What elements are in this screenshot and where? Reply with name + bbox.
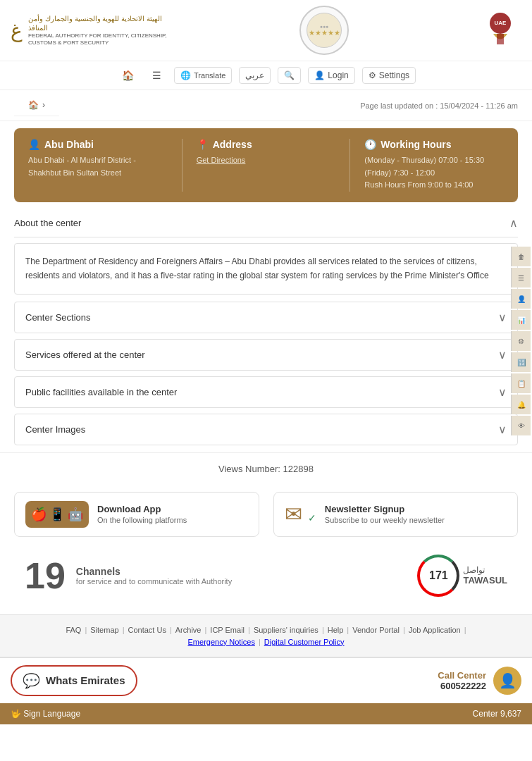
call-center-section: Call Center 600522222 👤	[438, 667, 521, 695]
accordion-header-center-sections[interactable]: Center Sections ∨	[15, 302, 517, 333]
home-breadcrumb-icon[interactable]: 🏠	[28, 100, 39, 110]
sidebar-btn-5[interactable]: ⚙	[511, 331, 531, 351]
whats-emirates-label: Whats Emirates	[46, 674, 125, 686]
tawasul-name: TAWASUL	[463, 575, 507, 586]
site-header: غ الهيئة الاتحادية للهوية والجنسية والجم…	[0, 0, 532, 61]
download-app-icon: 🍎 📱 🤖	[25, 501, 89, 528]
sign-language-icon: 🤟	[11, 709, 21, 719]
working-hours-content: (Monday - Thursday) 07:00 - 15:30 (Frida…	[364, 154, 504, 192]
footer-cards: 🍎 📱 🤖 Download App On the following plat…	[14, 492, 518, 537]
sign-language-bar: 🤟 Sign Language Center 9,637	[0, 703, 532, 724]
call-center-info: Call Center 600522222	[438, 670, 486, 691]
location-address: Abu Dhabi - Al Mushrif District - Shakhb…	[28, 154, 168, 179]
star-rating-logo: ●●● ★★★★★	[299, 6, 349, 55]
sidebar-btn-8[interactable]: 🔔	[511, 395, 531, 414]
footer-link-faq[interactable]: FAQ	[66, 626, 81, 634]
channels-sub: for service and to communicate with Auth…	[76, 577, 232, 586]
footer-link-sitemap[interactable]: Sitemap	[90, 626, 118, 634]
newsletter-title: Newsletter Signup	[325, 504, 445, 514]
call-center-label: Call Center	[438, 670, 486, 681]
accordion-label-facilities: Public facilities available in the cente…	[25, 387, 177, 397]
tawasul-arabic: تواصل	[463, 565, 507, 575]
footer-link-help[interactable]: Help	[328, 626, 344, 634]
right-sidebar: 🗑 ☰ 👤 📊 ⚙ 🔢 📋 🔔 👁	[511, 247, 532, 435]
sidebar-btn-3[interactable]: 👤	[511, 289, 531, 309]
nav-bar: 🏠 ☰ 🌐 Translate عربي 🔍 👤 Login ⚙ Setting…	[0, 61, 532, 90]
nav-arabic[interactable]: عربي	[239, 67, 271, 84]
accordion-header-images[interactable]: Center Images ∨	[15, 414, 517, 445]
login-icon: 👤	[314, 70, 325, 80]
nav-login[interactable]: 👤 Login	[308, 67, 354, 84]
nav-search[interactable]: 🔍	[278, 67, 301, 84]
home-icon: 🏠	[122, 70, 134, 81]
footer-link-job[interactable]: Job Application	[409, 626, 461, 634]
bottom-bar: 💬 Whats Emirates Call Center 600522222 👤	[0, 657, 532, 703]
nav-home[interactable]: 🏠	[116, 67, 140, 84]
login-label: Login	[328, 70, 348, 80]
menu-icon: ☰	[152, 70, 161, 81]
newsletter-card[interactable]: ✉ ✓ Newsletter Signup Subscribe to our w…	[273, 492, 519, 537]
about-header[interactable]: About the center ∧	[14, 209, 518, 237]
translate-icon: 🌐	[180, 70, 191, 80]
about-content: The Department of Residency and Foreigne…	[14, 243, 518, 295]
accordion-header-facilities[interactable]: Public facilities available in the cente…	[15, 377, 517, 407]
channels-left: 19 Channels for service and to communica…	[25, 557, 232, 594]
channels-row: 19 Channels for service and to communica…	[14, 544, 518, 607]
address-title: 📍 Address	[197, 139, 336, 150]
footer-link-contact[interactable]: Contact Us	[128, 626, 166, 634]
nav-menu[interactable]: ☰	[147, 67, 167, 84]
sidebar-btn-2[interactable]: ☰	[511, 268, 531, 287]
sidebar-btn-6[interactable]: 🔢	[511, 352, 531, 372]
sidebar-btn-1[interactable]: 🗑	[511, 247, 531, 266]
call-center-number: 600522222	[438, 681, 486, 691]
footer-links-row1: FAQ | Sitemap | Contact Us | Archive | I…	[14, 626, 518, 634]
android-icon: 🤖	[68, 507, 83, 522]
sidebar-btn-9[interactable]: 👁	[511, 416, 531, 435]
star-rating: ★★★★★	[309, 29, 340, 37]
about-text: The Department of Residency and Foreigne…	[25, 254, 507, 283]
about-collapse-icon: ∧	[509, 216, 518, 230]
footer-link-digital-policy[interactable]: Digital Customer Policy	[264, 638, 345, 646]
visitor-count-value: 9,637	[500, 709, 521, 719]
whats-emirates-button[interactable]: 💬 Whats Emirates	[11, 665, 137, 696]
chevron-down-icon-4: ∨	[498, 423, 507, 436]
views-label: Views Number:	[218, 464, 280, 474]
download-app-card[interactable]: 🍎 📱 🤖 Download App On the following plat…	[14, 492, 259, 537]
svg-text:UAE: UAE	[495, 20, 507, 26]
footer-link-suppliers[interactable]: Suppliers' inquiries	[254, 626, 318, 634]
channels-title: Channels	[76, 566, 232, 577]
newsletter-icon: ✉ ✓	[285, 502, 316, 526]
get-directions-link[interactable]: Get Directions	[197, 156, 246, 164]
visitor-count-label: Center	[473, 709, 500, 719]
accordion-header-services[interactable]: Services offered at the center ∨	[15, 340, 517, 370]
chevron-down-icon-3: ∨	[498, 385, 507, 399]
about-section: About the center ∧ The Department of Res…	[14, 209, 518, 295]
sidebar-btn-7[interactable]: 📋	[511, 373, 531, 393]
location-icon: 👤	[28, 139, 40, 150]
location-title: 👤 Abu Dhabi	[28, 139, 168, 150]
tawasul-circle: 171	[417, 555, 459, 597]
sign-language-link[interactable]: 🤟 Sign Language	[11, 709, 80, 719]
breadcrumb: 🏠 ›	[14, 94, 59, 116]
header-center-logo: ●●● ★★★★★	[299, 6, 349, 55]
footer-links: FAQ | Sitemap | Contact Us | Archive | I…	[0, 614, 532, 657]
footer-link-archive[interactable]: Archive	[175, 626, 202, 634]
footer-link-icp-email[interactable]: ICP Email	[210, 626, 245, 634]
newsletter-sub: Subscribe to our weekly newsletter	[325, 516, 445, 524]
tawasul-number: 171	[429, 569, 448, 582]
check-icon: ✓	[308, 512, 316, 524]
info-location: 👤 Abu Dhabi Abu Dhabi - Al Mushrif Distr…	[28, 139, 168, 192]
footer-link-emergency[interactable]: Emergency Notices	[188, 638, 255, 646]
brand-icon: غ	[11, 19, 23, 42]
newsletter-text: Newsletter Signup Subscribe to our weekl…	[325, 504, 445, 524]
accordion-label-center-sections: Center Sections	[25, 312, 91, 323]
download-app-sub: On the following platforms	[97, 516, 187, 524]
card-divider-2	[349, 139, 350, 192]
nav-translate[interactable]: 🌐 Translate	[174, 67, 232, 84]
header-logo-text: الهيئة الاتحادية للهوية والجنسية والجمار…	[28, 14, 169, 47]
footer-link-vendor[interactable]: Vendor Portal	[352, 626, 400, 634]
card-divider-1	[182, 139, 183, 192]
nav-settings[interactable]: ⚙ Settings	[362, 67, 416, 84]
arabic-label: عربي	[245, 70, 264, 80]
sidebar-btn-4[interactable]: 📊	[511, 310, 531, 330]
